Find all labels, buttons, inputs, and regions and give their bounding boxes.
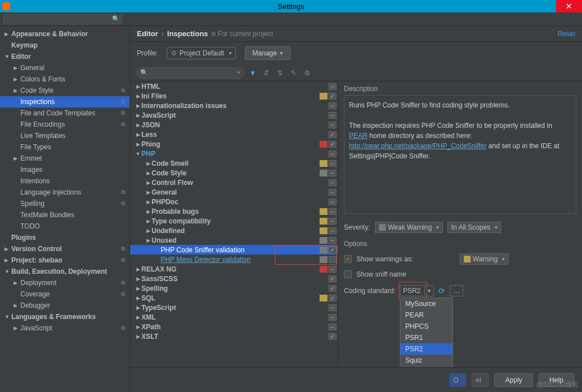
sidebar-item[interactable]: Live Templates: [0, 130, 130, 141]
sidebar-item[interactable]: ▶Colors & Fonts: [0, 74, 130, 85]
inspection-search[interactable]: 🔍 ▼: [137, 67, 244, 79]
dropdown-item[interactable]: PSR2: [400, 343, 452, 355]
tree-row[interactable]: ▶Type compatibility: [130, 216, 338, 226]
tree-row[interactable]: ▶Spelling: [130, 283, 338, 293]
tree-row[interactable]: ▶SQL: [130, 293, 338, 303]
gear-icon[interactable]: ⚙: [302, 68, 312, 78]
sidebar-item[interactable]: ▶JavaScript⧉: [0, 322, 130, 334]
sidebar-item[interactable]: ▶General: [0, 62, 130, 74]
sidebar-item[interactable]: File Types: [0, 141, 130, 153]
sidebar-item[interactable]: ▼Build, Execution, Deployment: [0, 266, 130, 277]
sidebar-item[interactable]: ▶Deployment⧉: [0, 277, 130, 288]
filter-icon[interactable]: ▼: [248, 68, 258, 78]
search-icon: 🔍: [112, 15, 120, 23]
sidebar-search-input[interactable]: [3, 14, 122, 24]
tree-row[interactable]: ▶Ini Files: [130, 91, 338, 101]
inspection-tree[interactable]: ▶HTML▶Ini Files▶Internationalization iss…: [130, 81, 338, 367]
sidebar-item[interactable]: File and Code Templates⧉: [0, 107, 130, 119]
coding-standard-dropdown[interactable]: MySourcePEARPHPCSPSR1PSR2SquizZendCustom: [400, 298, 453, 367]
dropdown-item[interactable]: Squiz: [400, 355, 452, 366]
sidebar-item[interactable]: ▶Project: shebao⧉: [0, 255, 130, 266]
tree-row[interactable]: ▶TypeScript: [130, 303, 338, 312]
coding-standard-label: Coding standard:: [344, 287, 395, 295]
sidebar-item[interactable]: ▶Code Style⧉: [0, 85, 130, 96]
tree-row[interactable]: ▶RELAX NG: [130, 264, 338, 274]
tool-icon[interactable]: ✎: [288, 68, 299, 78]
show-sniff-checkbox[interactable]: [344, 270, 352, 278]
tree-row[interactable]: ▶Less: [130, 130, 338, 139]
coding-standard-dropdown-button[interactable]: ▼: [425, 285, 434, 296]
sidebar-item[interactable]: Inspections⧉: [0, 96, 130, 107]
manage-button[interactable]: Manage▼: [245, 46, 291, 60]
tree-row[interactable]: ▶Control Flow: [130, 178, 338, 187]
breadcrumb: Editor › Inspections ⧉ For current proje…: [130, 26, 582, 42]
dropdown-item[interactable]: PSR1: [400, 332, 452, 343]
sidebar-item[interactable]: Keymap: [0, 40, 130, 51]
window-title: Settings: [278, 2, 304, 11]
tree-row[interactable]: ▶Undefined: [130, 226, 338, 235]
apply-button[interactable]: Apply: [494, 373, 533, 387]
warning-level-combo[interactable]: Warning▼: [460, 253, 508, 265]
sidebar-item[interactable]: Intentions: [0, 175, 130, 187]
profile-combo[interactable]: ⚙ Project Default▼: [167, 47, 236, 59]
severity-color-icon: [379, 224, 386, 231]
tree-row[interactable]: ▶JavaScript: [130, 110, 338, 120]
tree-row[interactable]: ▶Unused: [130, 235, 338, 245]
sidebar-item[interactable]: ▼Editor: [0, 51, 130, 62]
sidebar-item[interactable]: ▶Version Control⧉: [0, 243, 130, 255]
titlebar: Settings ✕: [0, 0, 582, 12]
tree-row[interactable]: ▶Phing: [130, 139, 338, 149]
tree-row[interactable]: ▶Code Smell: [130, 158, 338, 168]
show-warnings-checkbox[interactable]: [344, 255, 352, 263]
browse-button[interactable]: …: [450, 285, 463, 296]
breadcrumb-editor[interactable]: Editor: [137, 29, 158, 38]
sidebar-item[interactable]: Language Injections⧉: [0, 187, 130, 198]
tree-row[interactable]: ▶HTML: [130, 81, 338, 91]
collapse-icon[interactable]: ⇅: [275, 68, 285, 78]
sidebar-item[interactable]: ▼Languages & Frameworks: [0, 311, 130, 322]
tree-row[interactable]: ▶PHPDoc: [130, 197, 338, 206]
coding-standard-input[interactable]: PSR2: [400, 285, 425, 296]
severity-combo[interactable]: Weak Warning▼: [375, 222, 443, 233]
sidebar-item[interactable]: ▶Emmet: [0, 153, 130, 164]
tree-row[interactable]: ▶XPath: [130, 322, 338, 331]
pear-link[interactable]: PEAR: [349, 132, 368, 140]
reset-link[interactable]: Reset: [558, 30, 575, 38]
dropdown-item[interactable]: PHPCS: [400, 321, 452, 332]
sidebar-item[interactable]: Spelling⧉: [0, 198, 130, 209]
sidebar-item[interactable]: ▶Appearance & Behavior: [0, 28, 130, 40]
tree-row[interactable]: ▶Internationalization issues: [130, 101, 338, 110]
profile-bar: Profile: ⚙ Project Default▼ Manage▼: [130, 42, 582, 64]
tree-row[interactable]: ▼PHP: [130, 149, 338, 158]
sidebar-item[interactable]: TODO: [0, 221, 130, 232]
button-bar: O el Apply Help: [130, 367, 582, 392]
sidebar-item[interactable]: ▶Debugger: [0, 300, 130, 311]
tree-row[interactable]: ▶Sass/SCSS: [130, 274, 338, 283]
tree-row[interactable]: ▶General: [130, 187, 338, 197]
dropdown-item[interactable]: MySource: [400, 298, 452, 309]
tree-row[interactable]: ▶JSON: [130, 120, 338, 130]
breadcrumb-inspections[interactable]: Inspections: [167, 29, 208, 38]
ok-button[interactable]: O: [449, 373, 466, 387]
tree-row[interactable]: ▶XML: [130, 312, 338, 322]
sidebar-item[interactable]: Images: [0, 164, 130, 175]
sidebar-item[interactable]: Coverage⧉: [0, 288, 130, 300]
tree-row[interactable]: PHP Code Sniffer validation: [130, 245, 338, 255]
dropdown-item[interactable]: Zend: [400, 366, 452, 367]
close-button[interactable]: ✕: [556, 0, 582, 12]
expand-icon[interactable]: ⇵: [261, 68, 271, 78]
tree-row[interactable]: ▶XSLT: [130, 331, 338, 341]
sidebar-item[interactable]: File Encodings⧉: [0, 119, 130, 130]
codesniffer-link[interactable]: http://pear.php.net/package/PHP_CodeSnif…: [349, 142, 486, 150]
sidebar-item[interactable]: TextMate Bundles: [0, 209, 130, 221]
tree-row[interactable]: ▶Code Style: [130, 168, 338, 178]
tree-row[interactable]: PHP Mess Detector validation: [130, 255, 338, 264]
dropdown-item[interactable]: PEAR: [400, 309, 452, 321]
refresh-icon[interactable]: ⟳: [438, 286, 445, 295]
severity-label: Severity:: [344, 223, 370, 231]
scope-combo[interactable]: In All Scopes▼: [447, 222, 501, 233]
tree-row[interactable]: ▶Probable bugs: [130, 206, 338, 216]
settings-sidebar[interactable]: ▶Appearance & BehaviorKeymap▼Editor▶Gene…: [0, 26, 130, 392]
cancel-button[interactable]: el: [472, 373, 489, 387]
sidebar-item[interactable]: Plugins: [0, 232, 130, 243]
